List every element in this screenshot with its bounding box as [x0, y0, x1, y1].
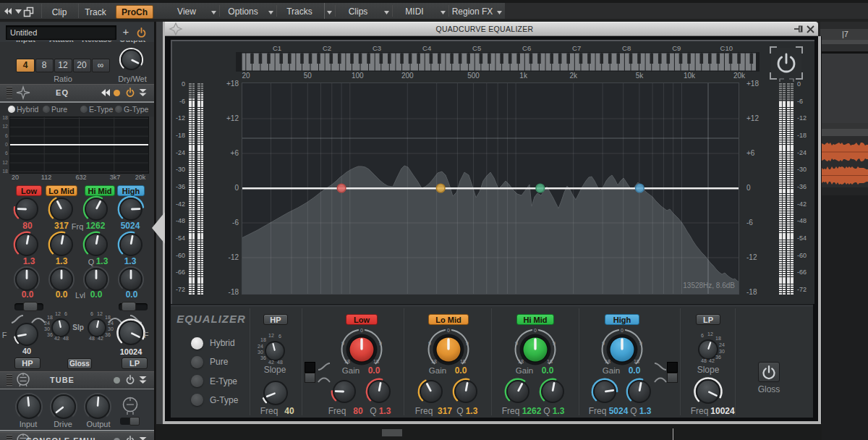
- svg-text:C6: C6: [522, 44, 531, 52]
- svg-text:C4: C4: [422, 44, 431, 52]
- svg-text:C1: C1: [273, 44, 281, 52]
- svg-text:C5: C5: [472, 44, 481, 52]
- svg-text:C2: C2: [323, 44, 331, 52]
- svg-text:C8: C8: [622, 44, 631, 52]
- svg-text:C3: C3: [373, 44, 381, 52]
- svg-text:C7: C7: [572, 44, 581, 52]
- svg-text:C9: C9: [672, 44, 681, 52]
- svg-text:C10: C10: [720, 44, 733, 52]
